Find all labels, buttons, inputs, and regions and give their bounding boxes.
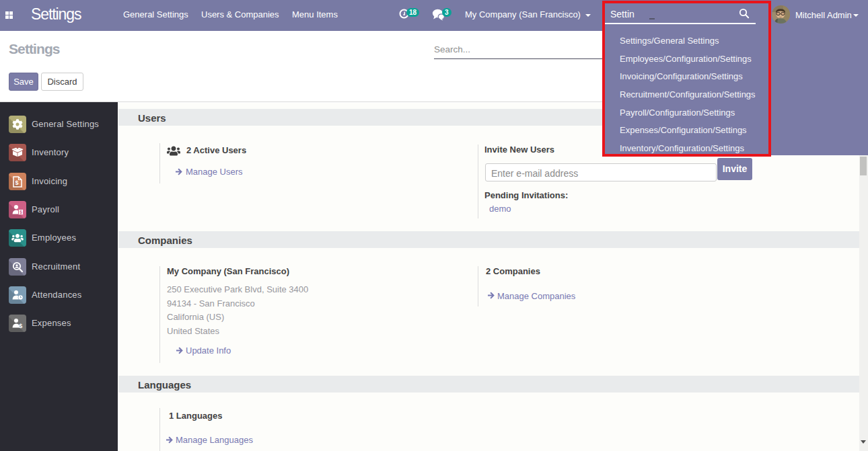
- svg-text:$: $: [20, 210, 22, 215]
- svg-text:$: $: [19, 323, 22, 329]
- svg-text:$: $: [15, 179, 18, 186]
